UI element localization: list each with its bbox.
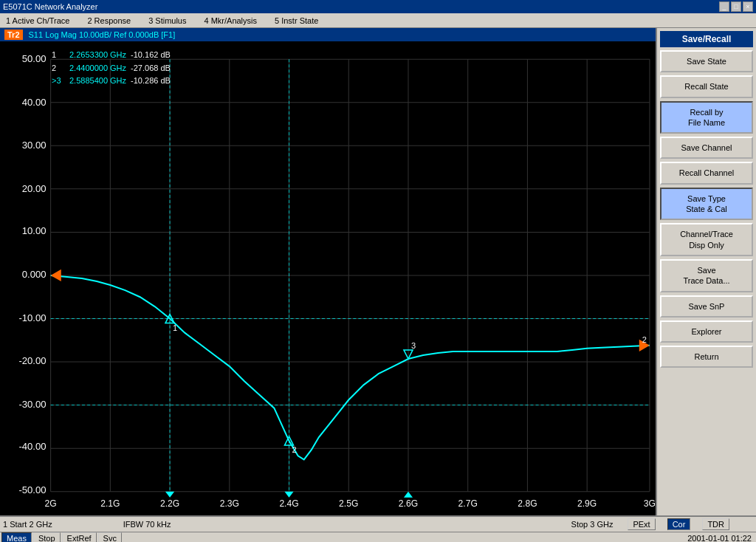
svg-text:2.3G: 2.3G bbox=[220, 498, 239, 509]
svg-text:50.00: 50.00 bbox=[22, 53, 47, 64]
svg-text:-50.00: -50.00 bbox=[18, 484, 46, 495]
svg-text:3G: 3G bbox=[644, 498, 656, 509]
explorer-button[interactable]: Explorer bbox=[660, 320, 753, 343]
svg-text:2.1G: 2.1G bbox=[100, 498, 120, 509]
titlebar: E5071C Network Analyzer _ □ × bbox=[0, 0, 756, 13]
statusbar-bottom: Meas Stop ExtRef Svc 2001-01-01 01:22 bbox=[0, 532, 756, 542]
maximize-button[interactable]: □ bbox=[731, 1, 741, 12]
extref-button[interactable]: ExtRef bbox=[62, 532, 97, 542]
status-ifbw: IFBW 70 kHz bbox=[123, 520, 171, 529]
svg-text:2: 2 bbox=[292, 445, 297, 454]
svc-button[interactable]: Svc bbox=[98, 532, 122, 542]
meas-button[interactable]: Meas bbox=[1, 532, 32, 542]
datetime: 2001-01-01 01:22 bbox=[687, 534, 752, 542]
status-start: 1 Start 2 GHz bbox=[3, 520, 52, 529]
stop-button[interactable]: Stop bbox=[33, 532, 61, 542]
svg-text:-20.00: -20.00 bbox=[18, 355, 46, 366]
markers-readout: 1 2.2653300 GHz -10.162 dB 2 2.4400000 G… bbox=[52, 49, 171, 88]
statusbar-top: 1 Start 2 GHz IFBW 70 kHz Stop 3 GHz PEx… bbox=[0, 517, 756, 532]
marker-3: >3 2.5885400 GHz -10.286 dB bbox=[52, 75, 171, 88]
chart-area: Tr2 S11 Log Mag 10.00dB/ Ref 0.000dB [F1… bbox=[0, 28, 656, 515]
svg-text:2.2G: 2.2G bbox=[160, 498, 179, 509]
menu-stimulus[interactable]: 3 Stimulus bbox=[145, 15, 189, 27]
close-button[interactable]: × bbox=[743, 1, 753, 12]
svg-text:-40.00: -40.00 bbox=[18, 441, 46, 452]
svg-text:30.00: 30.00 bbox=[22, 140, 47, 151]
chart-svg: 50.00 40.00 30.00 20.00 10.00 0.000 -10.… bbox=[0, 46, 656, 515]
panel-title: Save/Recall bbox=[660, 31, 753, 47]
menubar: 1 Active Ch/Trace 2 Response 3 Stimulus … bbox=[0, 13, 756, 28]
right-panel: Save/Recall Save State Recall State Reca… bbox=[656, 28, 756, 515]
app-title: E5071C Network Analyzer bbox=[3, 2, 97, 11]
chart-header: Tr2 S11 Log Mag 10.00dB/ Ref 0.000dB [F1… bbox=[0, 28, 656, 41]
cor-button[interactable]: Cor bbox=[667, 518, 691, 530]
svg-rect-0 bbox=[0, 46, 656, 515]
svg-text:2.7G: 2.7G bbox=[458, 498, 478, 509]
svg-text:2G: 2G bbox=[45, 498, 57, 509]
menu-mkr-analysis[interactable]: 4 Mkr/Analysis bbox=[201, 15, 260, 27]
svg-text:2.4G: 2.4G bbox=[279, 498, 298, 509]
svg-text:1: 1 bbox=[173, 323, 177, 332]
svg-text:2.6G: 2.6G bbox=[399, 498, 418, 509]
channel-trace-disp-button[interactable]: Channel/TraceDisp Only bbox=[660, 223, 753, 256]
marker-1: 1 2.2653300 GHz -10.162 dB bbox=[52, 49, 171, 62]
return-button[interactable]: Return bbox=[660, 346, 753, 368]
marker-2: 2 2.4400000 GHz -27.068 dB bbox=[52, 62, 171, 75]
trace-label: Tr2 bbox=[4, 30, 23, 40]
menu-instr-state[interactable]: 5 Instr State bbox=[272, 15, 321, 27]
tdr-button[interactable]: TDR bbox=[702, 518, 729, 530]
svg-text:-30.00: -30.00 bbox=[18, 399, 46, 410]
svg-text:2.9G: 2.9G bbox=[577, 498, 597, 509]
svg-text:3: 3 bbox=[411, 341, 416, 350]
save-state-button[interactable]: Save State bbox=[660, 50, 753, 72]
svg-text:40.00: 40.00 bbox=[22, 97, 47, 108]
recall-channel-button[interactable]: Recall Channel bbox=[660, 162, 753, 184]
save-type-state-cal-button[interactable]: Save TypeState & Cal bbox=[660, 188, 753, 221]
trace-info: S11 Log Mag 10.00dB/ Ref 0.000dB [F1] bbox=[29, 30, 176, 39]
save-snp-button[interactable]: Save SnP bbox=[660, 295, 753, 318]
svg-text:2.5G: 2.5G bbox=[339, 498, 358, 509]
recall-by-file-name-button[interactable]: Recall byFile Name bbox=[660, 101, 753, 134]
minimize-button[interactable]: _ bbox=[719, 1, 729, 12]
main-area: Tr2 S11 Log Mag 10.00dB/ Ref 0.000dB [F1… bbox=[0, 28, 756, 515]
menu-response[interactable]: 2 Response bbox=[84, 15, 134, 27]
pext-button[interactable]: PExt bbox=[628, 518, 655, 530]
svg-text:-10.00: -10.00 bbox=[18, 312, 46, 323]
recall-state-button[interactable]: Recall State bbox=[660, 75, 753, 97]
status-stop: Stop 3 GHz bbox=[571, 520, 614, 529]
menu-active-ch[interactable]: 1 Active Ch/Trace bbox=[3, 15, 72, 27]
save-trace-data-button[interactable]: SaveTrace Data... bbox=[660, 259, 753, 292]
window-controls[interactable]: _ □ × bbox=[719, 1, 753, 12]
save-channel-button[interactable]: Save Channel bbox=[660, 137, 753, 159]
svg-text:20.00: 20.00 bbox=[22, 183, 47, 194]
svg-text:10.00: 10.00 bbox=[22, 225, 47, 236]
svg-text:0.000: 0.000 bbox=[22, 269, 47, 280]
svg-text:2: 2 bbox=[642, 335, 647, 344]
svg-text:2.8G: 2.8G bbox=[518, 498, 537, 509]
statusbar: 1 Start 2 GHz IFBW 70 kHz Stop 3 GHz PEx… bbox=[0, 515, 756, 542]
